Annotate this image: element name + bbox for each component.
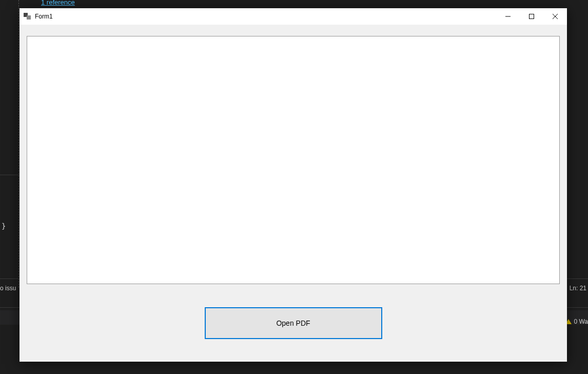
button-area: Open PDF (27, 284, 560, 362)
window-title: Form1 (35, 13, 53, 20)
close-icon (553, 14, 558, 19)
window-controls (496, 8, 567, 25)
reference-link[interactable]: 1 reference (41, 0, 75, 6)
titlebar[interactable]: Form1 (19, 8, 567, 25)
warnings-pill: 0 Wa (565, 315, 588, 328)
minimize-icon (505, 14, 511, 19)
minimize-button[interactable] (496, 8, 520, 25)
code-brace: } (2, 222, 6, 230)
issues-fragment: o issu (0, 285, 16, 292)
app-icon (24, 12, 32, 21)
warnings-text: 0 Wa (574, 318, 588, 325)
line-indicator: Ln: 21 (570, 285, 586, 292)
pdf-viewer-panel[interactable] (27, 36, 560, 284)
svg-rect-1 (530, 14, 534, 19)
form-body: Open PDF (19, 25, 567, 362)
titlebar-left: Form1 (24, 12, 53, 21)
open-pdf-button[interactable]: Open PDF (205, 307, 382, 339)
maximize-icon (529, 14, 534, 19)
editor-gutter-border (18, 0, 19, 288)
form-window: Form1 Open PDF (19, 8, 567, 362)
bg-divider-1 (0, 175, 21, 175)
maximize-button[interactable] (520, 8, 543, 25)
close-button[interactable] (543, 8, 567, 25)
